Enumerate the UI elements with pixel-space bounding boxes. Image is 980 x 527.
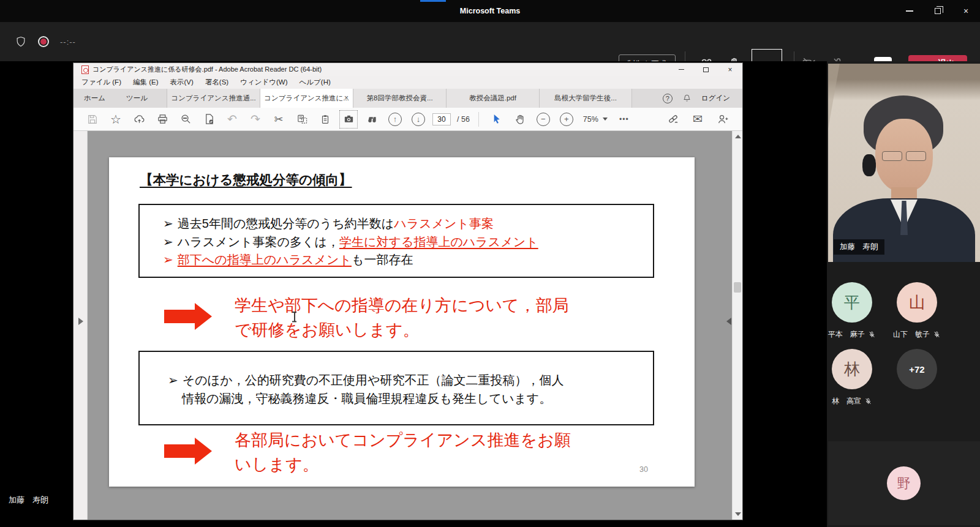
menu-help[interactable]: ヘルプ(H) (300, 78, 331, 87)
page-total-label: / 56 (457, 115, 470, 124)
fill-sign-person-icon[interactable] (713, 110, 731, 129)
scroll-up-icon[interactable] (735, 135, 741, 138)
close-button[interactable]: × (952, 0, 980, 22)
doc-tab-0[interactable]: コンプライアンス推進通... (167, 89, 260, 108)
presenter-label: 加藤 寿朗 (9, 495, 48, 506)
tools-pane-expand-icon[interactable] (726, 318, 731, 325)
close-icon: × (963, 6, 968, 16)
glasses (882, 151, 926, 161)
scroll-down-icon[interactable] (735, 512, 741, 516)
star-icon[interactable]: ☆ (107, 110, 125, 129)
mic-off-icon (868, 331, 876, 338)
maximize-icon (703, 67, 709, 72)
participant-name: 平本 麻子 (815, 329, 889, 340)
zoom-in-icon[interactable]: + (557, 110, 576, 129)
avatar-hayashi[interactable]: 林 (832, 349, 872, 389)
participant-tile[interactable]: 野 (828, 441, 980, 525)
acrobat-minimize-button[interactable] (669, 63, 693, 76)
avatar-hiramoto[interactable]: 平 (832, 282, 872, 323)
avatar-yamashita[interactable]: 山 (897, 282, 937, 323)
slide-title: 【本学における懲戒処分等の傾向】 (140, 171, 352, 189)
save-icon[interactable] (83, 110, 102, 129)
redo-icon[interactable]: ↷ (246, 110, 265, 129)
bullet-line: 情報の漏洩，守秘義務違反・職員倫理規程違反も発生しています。 (168, 390, 653, 408)
acrobat-tabbar: ホーム ツール コンプライアンス推進通... コンプライアンス推進に...× 第… (74, 89, 742, 108)
menu-edit[interactable]: 編集 (E) (133, 78, 159, 87)
tab-home[interactable]: ホーム (74, 89, 116, 108)
acrobat-maximize-button[interactable] (693, 63, 718, 76)
scrollbar-thumb[interactable] (734, 282, 741, 293)
minimize-button[interactable] (895, 0, 924, 22)
teams-titlebar: Microsoft Teams × (0, 0, 980, 22)
minimize-icon (679, 69, 684, 70)
tab-close-icon[interactable]: × (344, 89, 349, 108)
page-down-icon[interactable]: ↓ (409, 110, 428, 129)
share-link-icon[interactable] (664, 110, 682, 129)
acrobat-titlebar: コンプライアンス推進に係る研修会.pdf - Adobe Acrobat Rea… (74, 63, 742, 76)
zoom-out-icon[interactable]: − (534, 110, 552, 129)
slide-page-number: 30 (639, 465, 648, 474)
tab-tools[interactable]: ツール (116, 89, 158, 108)
bullet-line: ➢部下への指導上のハラスメントも一部存在 (163, 251, 653, 269)
doc-tab-4[interactable]: 島根大学留学生後... (539, 89, 632, 108)
cut-icon[interactable]: ✂ (270, 110, 288, 129)
page-number-input[interactable] (432, 113, 451, 125)
doc-tab-1-active[interactable]: コンプライアンス推進に...× (260, 89, 353, 108)
search-icon[interactable] (176, 110, 195, 129)
chevron-down-icon (603, 118, 608, 121)
recording-icon (38, 36, 49, 47)
page-up-icon[interactable]: ↑ (386, 110, 404, 129)
help-button[interactable]: ? (663, 94, 673, 103)
menu-file[interactable]: ファイル (F) (81, 78, 121, 87)
slide-box-2: ➢そのほか，公的研究費の不正使用や研究不正（論文二重投稿），個人 情報の漏洩，守… (138, 351, 654, 425)
slide-callout-1: 学生や部下への指導の在り方について，部局 で研修をお願いします。 (235, 293, 651, 342)
clipboard-icon[interactable] (316, 110, 334, 129)
bullet-line: ➢ハラスメント事案の多くは，学生に対する指導上のハラスメント (163, 233, 653, 252)
pdf-slide: 【本学における懲戒処分等の傾向】 ➢過去5年間の懲戒処分等のうち約半数はハラスメ… (109, 157, 695, 487)
screen-share-stage: コンプライアンス推進に係る研修会.pdf - Adobe Acrobat Rea… (0, 61, 827, 527)
zoom-level-select[interactable]: 75% (581, 115, 610, 124)
more-tools-icon[interactable]: ••• (615, 110, 633, 129)
bullet-line: ➢そのほか，公的研究費の不正使用や研究不正（論文二重投稿），個人 (168, 372, 653, 390)
acrobat-menubar: ファイル (F) 編集 (E) 表示(V) 署名(S) ウィンドウ(W) ヘルプ… (74, 76, 742, 89)
nav-pane-expand-icon[interactable] (78, 318, 83, 325)
menu-window[interactable]: ウィンドウ(W) (240, 78, 287, 87)
doc-tab-2[interactable]: 第8回学部教授会資... (353, 89, 446, 108)
pdf-file-icon (81, 65, 89, 74)
overflow-avatar[interactable]: +72 (897, 349, 937, 389)
bullet-line: ➢過去5年間の懲戒処分等のうち約半数はハラスメント事案 (163, 215, 653, 233)
undo-icon[interactable]: ↶ (223, 110, 241, 129)
mic-off-icon (864, 397, 872, 405)
select-tool-icon[interactable] (488, 110, 506, 129)
slide-callout-2: 各部局においてコンプライアンス推進をお願 いします。 (235, 428, 651, 477)
restore-button[interactable] (924, 0, 952, 22)
vertical-scrollbar[interactable] (732, 131, 742, 520)
participant-name: 山下 敏子 (880, 329, 954, 340)
avatar-no: 野 (887, 466, 921, 500)
print-icon[interactable] (153, 110, 172, 129)
participant-name: 林 高宣 (815, 396, 889, 406)
acrobat-close-button[interactable]: × (718, 63, 742, 76)
email-icon[interactable]: ✉ (688, 110, 707, 129)
hand-tool-icon[interactable] (511, 110, 529, 129)
document-canvas[interactable]: 【本学における懲戒処分等の傾向】 ➢過去5年間の懲戒処分等のうち約半数はハラスメ… (74, 131, 742, 520)
acrobat-window: コンプライアンス推進に係る研修会.pdf - Adobe Acrobat Rea… (74, 63, 742, 520)
text-cursor (292, 312, 297, 322)
copy-arrange-icon[interactable] (293, 110, 311, 129)
cloud-upload-icon[interactable] (130, 110, 148, 129)
restore-icon (935, 8, 941, 14)
menu-view[interactable]: 表示(V) (170, 78, 194, 87)
doc-tab-3[interactable]: 教授会議題.pdf (446, 89, 539, 108)
snapshot-camera-icon[interactable] (339, 110, 358, 129)
binoculars-icon[interactable] (363, 110, 381, 129)
speaker-video-tile[interactable]: 加藤 寿朗 (828, 64, 980, 262)
menu-sign[interactable]: 署名(S) (205, 78, 228, 87)
red-arrow-icon (164, 303, 212, 330)
login-button[interactable]: ログイン (701, 94, 730, 103)
bell-icon[interactable] (682, 94, 692, 103)
app-title: Microsoft Teams (0, 0, 980, 22)
sign-check-icon[interactable] (200, 110, 218, 129)
mic-off-icon (933, 331, 941, 338)
toolbar-divider (478, 112, 479, 127)
video-name-tag: 加藤 寿朗 (834, 239, 884, 255)
